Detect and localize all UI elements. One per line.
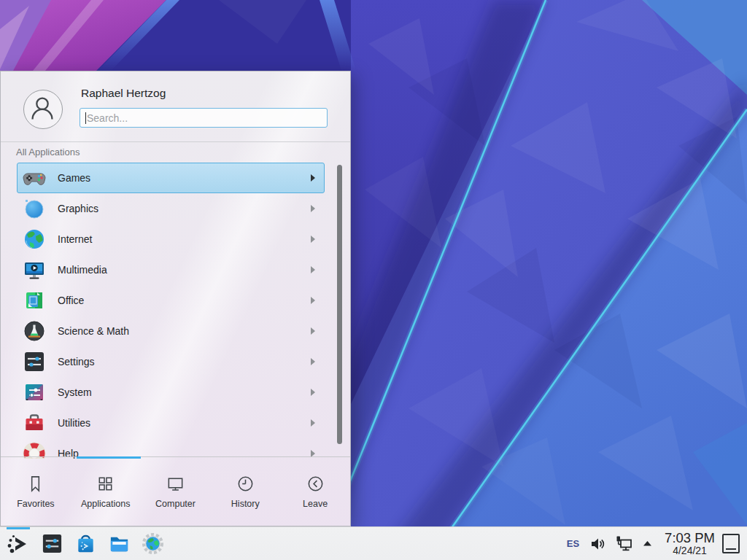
tab-applications[interactable]: Applications <box>71 457 141 526</box>
keyboard-layout-indicator[interactable]: ES <box>567 538 579 549</box>
text-caret <box>85 112 86 124</box>
bookmark-icon <box>26 474 45 494</box>
games-icon <box>23 166 46 190</box>
show-desktop-button[interactable] <box>722 534 740 553</box>
tab-label: Leave <box>303 499 328 509</box>
launcher-tab-bar: Favorites Applications Computer <box>1 456 350 526</box>
expand-tray-icon[interactable] <box>642 538 653 549</box>
discover-store-icon <box>74 532 97 555</box>
submenu-arrow-icon <box>311 236 315 243</box>
submenu-arrow-icon <box>311 205 315 212</box>
tab-label: Favorites <box>17 499 54 509</box>
submenu-arrow-icon <box>311 358 315 365</box>
multimedia-icon <box>23 258 46 281</box>
tab-computer[interactable]: Computer <box>141 457 211 526</box>
system-settings-icon <box>41 532 63 555</box>
menu-item-label: Office <box>58 295 311 306</box>
tab-label: Applications <box>81 499 130 509</box>
menu-item-office[interactable]: Office <box>17 285 325 316</box>
submenu-arrow-icon <box>311 389 315 396</box>
tab-favorites[interactable]: Favorites <box>1 457 71 526</box>
menu-item-multimedia[interactable]: Multimedia <box>17 254 325 285</box>
network-icon[interactable] <box>614 534 633 553</box>
file-manager-icon <box>108 532 131 555</box>
menu-item-label: Utilities <box>58 417 311 429</box>
menu-item-internet[interactable]: Internet <box>17 224 325 254</box>
menu-item-label: Graphics <box>58 203 311 214</box>
application-launcher-menu: Raphael Hertzog All Applications <box>0 71 351 526</box>
tab-history[interactable]: History <box>210 457 280 526</box>
clock-icon <box>236 474 255 494</box>
menu-item-graphics[interactable]: Graphics <box>17 193 325 224</box>
system-settings-button[interactable] <box>39 527 64 560</box>
menu-item-label: Games <box>58 172 311 184</box>
tab-label: Computer <box>155 499 196 509</box>
volume-icon[interactable] <box>589 536 605 552</box>
user-name: Raphael Hertzog <box>81 87 166 100</box>
tab-label: History <box>231 499 260 509</box>
web-browser-button[interactable] <box>140 527 165 560</box>
graphics-icon <box>23 197 46 220</box>
internet-icon <box>23 228 46 251</box>
menu-item-label: System <box>58 386 311 398</box>
digital-clock[interactable]: 7:03 PM 4/24/21 <box>665 532 715 556</box>
system-icon <box>23 381 46 404</box>
menu-item-help[interactable]: Help <box>17 438 325 459</box>
utilities-icon <box>23 411 46 435</box>
submenu-arrow-icon <box>311 174 315 182</box>
section-label: All Applications <box>16 147 80 158</box>
menu-item-label: Science & Math <box>58 325 311 337</box>
desktop: Raphael Hertzog All Applications <box>0 0 747 560</box>
menu-item-settings[interactable]: Settings <box>17 346 325 377</box>
search-input[interactable] <box>80 109 327 127</box>
submenu-arrow-icon <box>311 419 315 427</box>
application-launcher-icon <box>7 532 30 556</box>
tab-leave[interactable]: Leave <box>280 457 350 526</box>
category-list: Games Graphics <box>1 163 352 459</box>
discover-store-button[interactable] <box>73 527 98 560</box>
grid-icon <box>96 474 115 494</box>
search-field-frame <box>80 108 328 128</box>
menu-item-science-math[interactable]: Science & Math <box>17 316 325 346</box>
taskbar-panel: ES <box>0 526 747 560</box>
clock-time: 7:03 PM <box>665 532 715 545</box>
scrollbar-thumb[interactable] <box>337 165 342 444</box>
monitor-icon <box>166 474 185 494</box>
active-tab-indicator <box>77 456 141 459</box>
user-icon <box>24 90 61 127</box>
user-avatar[interactable] <box>23 90 63 129</box>
file-manager-button[interactable] <box>107 527 131 560</box>
submenu-arrow-icon <box>311 266 315 273</box>
submenu-arrow-icon <box>311 297 315 304</box>
menu-item-system[interactable]: System <box>17 377 325 408</box>
menu-item-label: Internet <box>58 233 311 245</box>
menu-item-label: Multimedia <box>58 264 311 276</box>
application-launcher-button[interactable] <box>6 527 31 560</box>
submenu-arrow-icon <box>311 327 315 335</box>
web-browser-icon <box>142 532 164 555</box>
science-icon <box>23 319 46 343</box>
menu-item-games[interactable]: Games <box>17 163 325 193</box>
leave-icon <box>306 474 325 494</box>
clock-date: 4/24/21 <box>673 545 707 556</box>
launcher-header: Raphael Hertzog <box>1 71 350 142</box>
menu-item-utilities[interactable]: Utilities <box>17 408 325 438</box>
settings-icon <box>23 350 46 373</box>
menu-item-label: Settings <box>58 356 311 368</box>
office-icon <box>23 289 46 312</box>
system-tray: ES <box>567 532 741 556</box>
